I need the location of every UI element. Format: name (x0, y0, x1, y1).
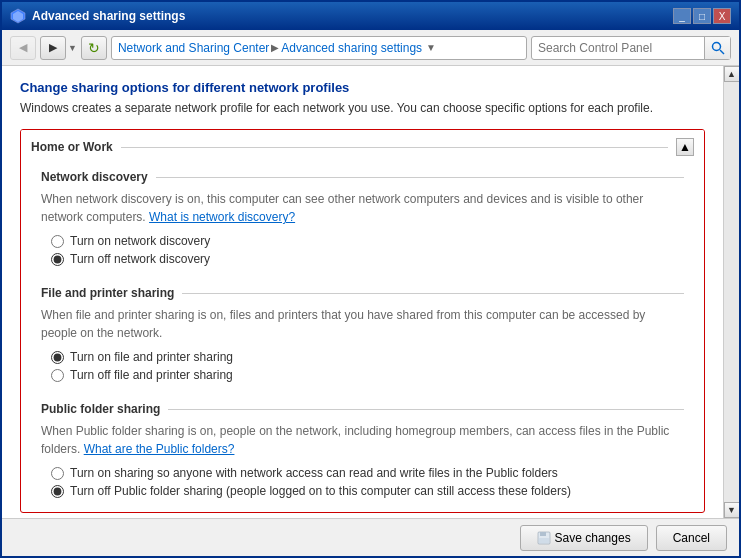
search-button[interactable] (704, 37, 730, 59)
public-folder-options: Turn on sharing so anyone with network a… (41, 466, 684, 498)
nd-off-label: Turn off network discovery (70, 252, 210, 266)
cancel-label: Cancel (673, 531, 710, 545)
close-button[interactable]: X (713, 8, 731, 24)
address-arrow1: ▶ (271, 42, 279, 53)
scroll-track[interactable] (724, 82, 739, 502)
search-box (531, 36, 731, 60)
content-area: Change sharing options for different net… (2, 66, 723, 518)
public-folder-line (168, 409, 684, 410)
public-folder-desc: When Public folder sharing is on, people… (41, 422, 684, 458)
nd-off-radio[interactable] (51, 253, 64, 266)
pfs-off-radio[interactable] (51, 485, 64, 498)
network-discovery-options: Turn on network discovery Turn off netwo… (41, 234, 684, 266)
pfs-off-label: Turn off Public folder sharing (people l… (70, 484, 571, 498)
pfs-on-option: Turn on sharing so anyone with network a… (51, 466, 684, 480)
fps-off-option: Turn off file and printer sharing (51, 368, 684, 382)
save-changes-button[interactable]: Save changes (520, 525, 648, 551)
refresh-button[interactable]: ↻ (81, 36, 107, 60)
pfs-on-radio[interactable] (51, 467, 64, 480)
address-part1[interactable]: Network and Sharing Center (118, 41, 269, 55)
svg-line-3 (720, 50, 724, 54)
file-printer-header: File and printer sharing (41, 286, 684, 300)
file-printer-line (182, 293, 684, 294)
cancel-button[interactable]: Cancel (656, 525, 727, 551)
address-part2[interactable]: Advanced sharing settings (281, 41, 422, 55)
nd-on-radio[interactable] (51, 235, 64, 248)
window-icon (10, 8, 26, 24)
nav-dropdown-icon[interactable]: ▼ (68, 43, 77, 53)
save-changes-label: Save changes (555, 531, 631, 545)
window-title: Advanced sharing settings (32, 9, 185, 23)
fps-on-option: Turn on file and printer sharing (51, 350, 684, 364)
save-icon (537, 531, 551, 545)
pfs-on-label: Turn on sharing so anyone with network a… (70, 466, 558, 480)
search-icon (711, 41, 725, 55)
public-folder-title: Public folder sharing (41, 402, 160, 416)
pfs-off-option: Turn off Public folder sharing (people l… (51, 484, 684, 498)
title-bar: Advanced sharing settings _ □ X (2, 2, 739, 30)
maximize-button[interactable]: □ (693, 8, 711, 24)
svg-point-2 (712, 42, 720, 50)
search-input[interactable] (532, 41, 704, 55)
page-title: Change sharing options for different net… (20, 80, 705, 95)
network-discovery-line (156, 177, 684, 178)
home-work-header: Home or Work ▲ (21, 130, 704, 164)
address-path: Network and Sharing Center ▶ Advanced sh… (118, 41, 422, 55)
home-work-toggle[interactable]: ▲ (676, 138, 694, 156)
nd-on-option: Turn on network discovery (51, 234, 684, 248)
network-discovery-desc: When network discovery is on, this compu… (41, 190, 684, 226)
fps-on-label: Turn on file and printer sharing (70, 350, 233, 364)
main-window: Advanced sharing settings _ □ X ◀ ▶ ▼ ↻ … (0, 0, 741, 558)
nd-on-label: Turn on network discovery (70, 234, 210, 248)
forward-button[interactable]: ▶ (40, 36, 66, 60)
toolbar: ◀ ▶ ▼ ↻ Network and Sharing Center ▶ Adv… (2, 30, 739, 66)
public-folder-sharing-subsection: Public folder sharing When Public folder… (21, 396, 704, 512)
address-bar: Network and Sharing Center ▶ Advanced sh… (111, 36, 527, 60)
public-folders-link[interactable]: What are the Public folders? (84, 442, 235, 456)
main-content: Change sharing options for different net… (2, 66, 739, 518)
svg-rect-6 (539, 538, 549, 543)
file-printer-options: Turn on file and printer sharing Turn of… (41, 350, 684, 382)
title-bar-left: Advanced sharing settings (10, 8, 185, 24)
scrollbar: ▲ ▼ (723, 66, 739, 518)
file-printer-desc: When file and printer sharing is on, fil… (41, 306, 684, 342)
fps-off-radio[interactable] (51, 369, 64, 382)
fps-off-label: Turn off file and printer sharing (70, 368, 233, 382)
title-buttons: _ □ X (673, 8, 731, 24)
scroll-up-button[interactable]: ▲ (724, 66, 740, 82)
home-work-title: Home or Work (31, 140, 113, 154)
nd-off-option: Turn off network discovery (51, 252, 684, 266)
network-discovery-subsection: Network discovery When network discovery… (21, 164, 704, 280)
network-discovery-header: Network discovery (41, 170, 684, 184)
fps-on-radio[interactable] (51, 351, 64, 364)
file-printer-title: File and printer sharing (41, 286, 174, 300)
page-description: Windows creates a separate network profi… (20, 101, 705, 115)
home-work-line (121, 147, 668, 148)
svg-rect-5 (540, 532, 546, 536)
public-folder-header: Public folder sharing (41, 402, 684, 416)
home-work-section: Home or Work ▲ Network discovery When ne… (20, 129, 705, 513)
network-discovery-title: Network discovery (41, 170, 148, 184)
minimize-button[interactable]: _ (673, 8, 691, 24)
back-button[interactable]: ◀ (10, 36, 36, 60)
scroll-down-button[interactable]: ▼ (724, 502, 740, 518)
footer: Save changes Cancel (2, 518, 739, 556)
network-discovery-link[interactable]: What is network discovery? (149, 210, 295, 224)
address-dropdown-btn[interactable]: ▼ (426, 42, 436, 53)
file-printer-sharing-subsection: File and printer sharing When file and p… (21, 280, 704, 396)
